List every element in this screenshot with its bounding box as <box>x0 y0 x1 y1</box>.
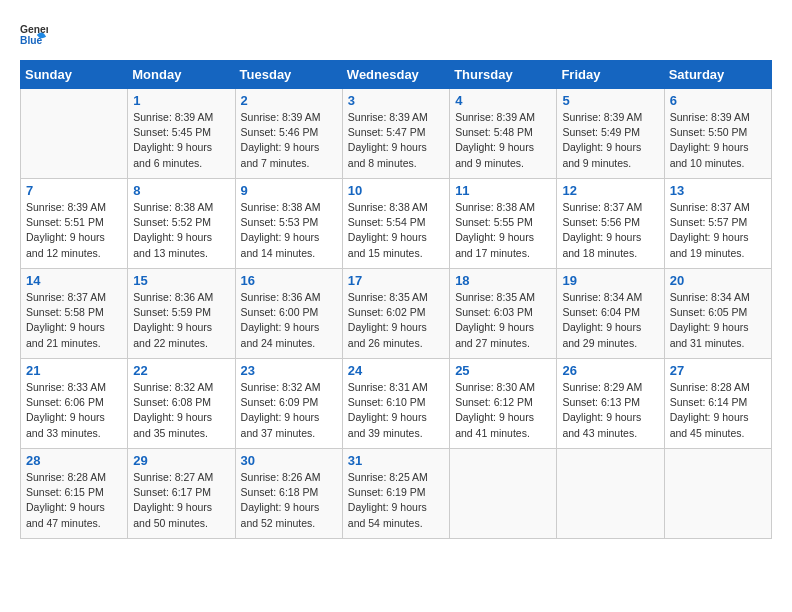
day-number: 10 <box>348 183 444 198</box>
day-number: 19 <box>562 273 658 288</box>
day-info: Sunrise: 8:30 AM Sunset: 6:12 PM Dayligh… <box>455 380 551 441</box>
day-info: Sunrise: 8:28 AM Sunset: 6:14 PM Dayligh… <box>670 380 766 441</box>
day-cell: 13Sunrise: 8:37 AM Sunset: 5:57 PM Dayli… <box>664 179 771 269</box>
day-number: 18 <box>455 273 551 288</box>
day-info: Sunrise: 8:37 AM Sunset: 5:58 PM Dayligh… <box>26 290 122 351</box>
day-cell <box>557 449 664 539</box>
day-number: 22 <box>133 363 229 378</box>
day-number: 30 <box>241 453 337 468</box>
calendar-header-row: SundayMondayTuesdayWednesdayThursdayFrid… <box>21 61 772 89</box>
column-header-wednesday: Wednesday <box>342 61 449 89</box>
day-info: Sunrise: 8:36 AM Sunset: 5:59 PM Dayligh… <box>133 290 229 351</box>
day-info: Sunrise: 8:31 AM Sunset: 6:10 PM Dayligh… <box>348 380 444 441</box>
day-info: Sunrise: 8:38 AM Sunset: 5:53 PM Dayligh… <box>241 200 337 261</box>
day-info: Sunrise: 8:34 AM Sunset: 6:05 PM Dayligh… <box>670 290 766 351</box>
svg-text:General: General <box>20 24 48 35</box>
day-cell <box>664 449 771 539</box>
day-info: Sunrise: 8:38 AM Sunset: 5:54 PM Dayligh… <box>348 200 444 261</box>
day-number: 13 <box>670 183 766 198</box>
day-cell: 3Sunrise: 8:39 AM Sunset: 5:47 PM Daylig… <box>342 89 449 179</box>
day-number: 12 <box>562 183 658 198</box>
day-cell: 29Sunrise: 8:27 AM Sunset: 6:17 PM Dayli… <box>128 449 235 539</box>
day-info: Sunrise: 8:38 AM Sunset: 5:52 PM Dayligh… <box>133 200 229 261</box>
day-info: Sunrise: 8:25 AM Sunset: 6:19 PM Dayligh… <box>348 470 444 531</box>
day-info: Sunrise: 8:37 AM Sunset: 5:57 PM Dayligh… <box>670 200 766 261</box>
day-info: Sunrise: 8:38 AM Sunset: 5:55 PM Dayligh… <box>455 200 551 261</box>
calendar-table: SundayMondayTuesdayWednesdayThursdayFrid… <box>20 60 772 539</box>
day-number: 5 <box>562 93 658 108</box>
day-info: Sunrise: 8:32 AM Sunset: 6:09 PM Dayligh… <box>241 380 337 441</box>
day-cell: 8Sunrise: 8:38 AM Sunset: 5:52 PM Daylig… <box>128 179 235 269</box>
day-info: Sunrise: 8:39 AM Sunset: 5:50 PM Dayligh… <box>670 110 766 171</box>
week-row-5: 28Sunrise: 8:28 AM Sunset: 6:15 PM Dayli… <box>21 449 772 539</box>
svg-text:Blue: Blue <box>20 35 43 46</box>
day-cell: 11Sunrise: 8:38 AM Sunset: 5:55 PM Dayli… <box>450 179 557 269</box>
day-number: 27 <box>670 363 766 378</box>
column-header-monday: Monday <box>128 61 235 89</box>
day-cell: 1Sunrise: 8:39 AM Sunset: 5:45 PM Daylig… <box>128 89 235 179</box>
day-info: Sunrise: 8:33 AM Sunset: 6:06 PM Dayligh… <box>26 380 122 441</box>
day-cell: 18Sunrise: 8:35 AM Sunset: 6:03 PM Dayli… <box>450 269 557 359</box>
day-number: 25 <box>455 363 551 378</box>
day-info: Sunrise: 8:35 AM Sunset: 6:03 PM Dayligh… <box>455 290 551 351</box>
column-header-friday: Friday <box>557 61 664 89</box>
day-info: Sunrise: 8:39 AM Sunset: 5:47 PM Dayligh… <box>348 110 444 171</box>
day-info: Sunrise: 8:35 AM Sunset: 6:02 PM Dayligh… <box>348 290 444 351</box>
day-info: Sunrise: 8:39 AM Sunset: 5:51 PM Dayligh… <box>26 200 122 261</box>
day-number: 4 <box>455 93 551 108</box>
week-row-3: 14Sunrise: 8:37 AM Sunset: 5:58 PM Dayli… <box>21 269 772 359</box>
day-info: Sunrise: 8:29 AM Sunset: 6:13 PM Dayligh… <box>562 380 658 441</box>
day-number: 7 <box>26 183 122 198</box>
calendar-header: General Blue <box>20 20 772 48</box>
day-info: Sunrise: 8:39 AM Sunset: 5:46 PM Dayligh… <box>241 110 337 171</box>
day-number: 20 <box>670 273 766 288</box>
day-cell: 30Sunrise: 8:26 AM Sunset: 6:18 PM Dayli… <box>235 449 342 539</box>
week-row-4: 21Sunrise: 8:33 AM Sunset: 6:06 PM Dayli… <box>21 359 772 449</box>
day-cell: 26Sunrise: 8:29 AM Sunset: 6:13 PM Dayli… <box>557 359 664 449</box>
day-cell: 10Sunrise: 8:38 AM Sunset: 5:54 PM Dayli… <box>342 179 449 269</box>
day-info: Sunrise: 8:34 AM Sunset: 6:04 PM Dayligh… <box>562 290 658 351</box>
day-number: 15 <box>133 273 229 288</box>
day-cell: 28Sunrise: 8:28 AM Sunset: 6:15 PM Dayli… <box>21 449 128 539</box>
day-info: Sunrise: 8:37 AM Sunset: 5:56 PM Dayligh… <box>562 200 658 261</box>
day-cell: 19Sunrise: 8:34 AM Sunset: 6:04 PM Dayli… <box>557 269 664 359</box>
day-number: 28 <box>26 453 122 468</box>
day-info: Sunrise: 8:39 AM Sunset: 5:48 PM Dayligh… <box>455 110 551 171</box>
day-cell: 4Sunrise: 8:39 AM Sunset: 5:48 PM Daylig… <box>450 89 557 179</box>
day-number: 6 <box>670 93 766 108</box>
day-number: 31 <box>348 453 444 468</box>
day-number: 1 <box>133 93 229 108</box>
day-number: 11 <box>455 183 551 198</box>
day-info: Sunrise: 8:26 AM Sunset: 6:18 PM Dayligh… <box>241 470 337 531</box>
day-info: Sunrise: 8:28 AM Sunset: 6:15 PM Dayligh… <box>26 470 122 531</box>
day-cell: 12Sunrise: 8:37 AM Sunset: 5:56 PM Dayli… <box>557 179 664 269</box>
day-cell <box>450 449 557 539</box>
day-cell: 6Sunrise: 8:39 AM Sunset: 5:50 PM Daylig… <box>664 89 771 179</box>
day-cell: 17Sunrise: 8:35 AM Sunset: 6:02 PM Dayli… <box>342 269 449 359</box>
day-number: 26 <box>562 363 658 378</box>
day-cell: 9Sunrise: 8:38 AM Sunset: 5:53 PM Daylig… <box>235 179 342 269</box>
day-number: 23 <box>241 363 337 378</box>
day-cell: 5Sunrise: 8:39 AM Sunset: 5:49 PM Daylig… <box>557 89 664 179</box>
day-cell: 27Sunrise: 8:28 AM Sunset: 6:14 PM Dayli… <box>664 359 771 449</box>
day-cell: 16Sunrise: 8:36 AM Sunset: 6:00 PM Dayli… <box>235 269 342 359</box>
day-number: 21 <box>26 363 122 378</box>
day-number: 9 <box>241 183 337 198</box>
day-cell: 25Sunrise: 8:30 AM Sunset: 6:12 PM Dayli… <box>450 359 557 449</box>
week-row-2: 7Sunrise: 8:39 AM Sunset: 5:51 PM Daylig… <box>21 179 772 269</box>
column-header-tuesday: Tuesday <box>235 61 342 89</box>
day-cell: 7Sunrise: 8:39 AM Sunset: 5:51 PM Daylig… <box>21 179 128 269</box>
day-cell: 20Sunrise: 8:34 AM Sunset: 6:05 PM Dayli… <box>664 269 771 359</box>
day-number: 8 <box>133 183 229 198</box>
day-cell: 21Sunrise: 8:33 AM Sunset: 6:06 PM Dayli… <box>21 359 128 449</box>
day-number: 3 <box>348 93 444 108</box>
day-number: 29 <box>133 453 229 468</box>
day-cell: 31Sunrise: 8:25 AM Sunset: 6:19 PM Dayli… <box>342 449 449 539</box>
day-number: 14 <box>26 273 122 288</box>
day-cell: 23Sunrise: 8:32 AM Sunset: 6:09 PM Dayli… <box>235 359 342 449</box>
day-cell: 14Sunrise: 8:37 AM Sunset: 5:58 PM Dayli… <box>21 269 128 359</box>
day-number: 16 <box>241 273 337 288</box>
column-header-saturday: Saturday <box>664 61 771 89</box>
calendar-body: 1Sunrise: 8:39 AM Sunset: 5:45 PM Daylig… <box>21 89 772 539</box>
day-info: Sunrise: 8:27 AM Sunset: 6:17 PM Dayligh… <box>133 470 229 531</box>
